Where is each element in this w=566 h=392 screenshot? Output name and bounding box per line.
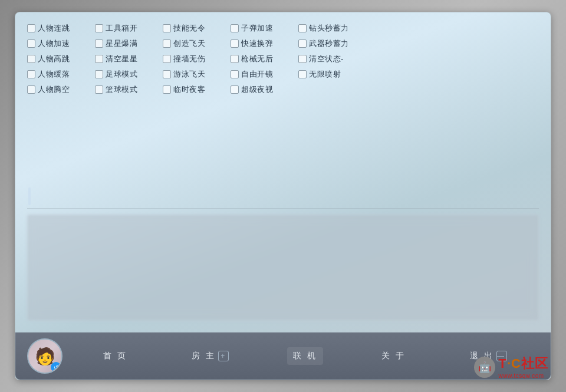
checkbox-label-cb24: 超级夜视 bbox=[241, 84, 273, 95]
checkbox-item-cb5[interactable]: 钻头秒蓄力 bbox=[298, 23, 366, 34]
checkbox-item-cb2[interactable]: 工具箱开 bbox=[95, 23, 163, 34]
blurred-content-area bbox=[27, 215, 539, 321]
checkbox-item-cb4[interactable]: 子弹加速 bbox=[231, 23, 298, 34]
checkbox-item-cb10[interactable]: 武器秒蓄力 bbox=[298, 38, 366, 49]
checkbox-item-cb22[interactable]: 篮球模式 bbox=[95, 84, 163, 95]
avatar[interactable]: 🧑 ↺ bbox=[27, 338, 62, 374]
nav-host-label: 房 主 bbox=[192, 351, 216, 361]
checkbox-cb20[interactable] bbox=[298, 70, 307, 78]
checkbox-item-cb3[interactable]: 技能无令 bbox=[163, 23, 231, 34]
nav-about-label: 关 于 bbox=[381, 351, 406, 361]
checkbox-row-1: 人物加速星星爆满创造飞天快速换弹武器秒蓄力 bbox=[27, 38, 539, 49]
checkbox-label-cb4: 子弹加速 bbox=[241, 23, 273, 34]
checkbox-item-cb18[interactable]: 游泳飞天 bbox=[163, 69, 231, 80]
checkbox-item-cb11[interactable]: 人物高跳 bbox=[27, 54, 95, 64]
checkbox-label-cb20: 无限喷射 bbox=[309, 69, 341, 80]
checkbox-cb19[interactable] bbox=[231, 70, 239, 78]
checkbox-item-cb14[interactable]: 枪械无后 bbox=[231, 54, 298, 64]
nav-about-button[interactable]: 关 于 bbox=[376, 347, 412, 365]
checkbox-cb4[interactable] bbox=[231, 24, 239, 32]
nav-buttons-group: 首 页房 主+联 机关 于退 出— bbox=[71, 347, 539, 365]
checkbox-label-cb22: 篮球模式 bbox=[106, 84, 137, 95]
checkbox-label-cb3: 技能无令 bbox=[173, 23, 205, 34]
main-panel: 人物连跳工具箱开技能无令子弹加速钻头秒蓄力人物加速星星爆满创造飞天快速换弹武器秒… bbox=[15, 12, 551, 380]
checkbox-row-2: 人物高跳清空星星撞墙无伤枪械无后清空状态- bbox=[27, 54, 539, 64]
checkbox-cb1[interactable] bbox=[27, 24, 35, 32]
checkbox-label-cb6: 人物加速 bbox=[38, 38, 70, 49]
checkbox-label-cb15: 清空状态- bbox=[309, 54, 344, 64]
checkbox-label-cb14: 枪械无后 bbox=[241, 54, 273, 64]
checkbox-label-cb11: 人物高跳 bbox=[38, 54, 70, 64]
checkbox-label-cb18: 游泳飞天 bbox=[173, 69, 205, 80]
checkbox-cb6[interactable] bbox=[27, 39, 35, 48]
checkbox-item-cb6[interactable]: 人物加速 bbox=[27, 38, 95, 49]
nav-home-button[interactable]: 首 页 bbox=[97, 347, 133, 365]
checkbox-cb23[interactable] bbox=[163, 85, 171, 94]
checkbox-cb13[interactable] bbox=[163, 55, 171, 63]
checkbox-label-cb9: 快速换弹 bbox=[241, 38, 273, 49]
checkbox-item-cb20[interactable]: 无限喷射 bbox=[298, 69, 366, 80]
side-decoration bbox=[28, 187, 31, 205]
avatar-badge: ↺ bbox=[51, 362, 61, 373]
checkbox-item-cb21[interactable]: 人物腾空 bbox=[27, 84, 95, 95]
checkbox-cb10[interactable] bbox=[298, 39, 307, 48]
checkbox-label-cb8: 创造飞天 bbox=[173, 38, 205, 49]
checkbox-label-cb10: 武器秒蓄力 bbox=[309, 38, 349, 49]
checkbox-label-cb13: 撞墙无伤 bbox=[173, 54, 205, 64]
checkbox-cb17[interactable] bbox=[95, 70, 103, 78]
checkbox-row-0: 人物连跳工具箱开技能无令子弹加速钻头秒蓄力 bbox=[27, 23, 539, 34]
checkbox-item-cb9[interactable]: 快速换弹 bbox=[231, 38, 298, 49]
checkbox-row-3: 人物缓落足球模式游泳飞天自由开镜无限喷射 bbox=[27, 69, 539, 80]
checkbox-label-cb23: 临时夜客 bbox=[173, 84, 205, 95]
checkbox-cb16[interactable] bbox=[27, 70, 35, 78]
checkbox-item-cb8[interactable]: 创造飞天 bbox=[163, 38, 231, 49]
nav-online-label: 联 机 bbox=[293, 351, 317, 361]
checkbox-label-cb12: 清空星星 bbox=[106, 54, 137, 64]
watermark: 🤖 T·C社区 www.tcsqw.com bbox=[474, 355, 548, 379]
checkbox-row-4: 人物腾空篮球模式临时夜客超级夜视 bbox=[27, 84, 539, 95]
checkbox-label-cb2: 工具箱开 bbox=[106, 23, 137, 34]
divider bbox=[27, 208, 539, 209]
nav-online-button[interactable]: 联 机 bbox=[287, 347, 323, 365]
checkbox-cb15[interactable] bbox=[298, 55, 307, 63]
checkbox-label-cb1: 人物连跳 bbox=[38, 23, 70, 34]
checkbox-cb24[interactable] bbox=[231, 85, 239, 94]
checkbox-cb2[interactable] bbox=[95, 24, 103, 32]
checkbox-cb14[interactable] bbox=[231, 55, 239, 63]
checkbox-cb7[interactable] bbox=[95, 39, 103, 48]
checkbox-cb5[interactable] bbox=[298, 24, 307, 32]
checkbox-label-cb19: 自由开镜 bbox=[241, 69, 273, 80]
checkbox-item-cb15[interactable]: 清空状态- bbox=[298, 54, 366, 64]
checkbox-label-cb5: 钻头秒蓄力 bbox=[309, 23, 349, 34]
checkbox-cb9[interactable] bbox=[231, 39, 239, 48]
checkbox-item-cb24[interactable]: 超级夜视 bbox=[231, 84, 298, 95]
nav-host-icon: + bbox=[218, 351, 229, 361]
nav-host-button[interactable]: 房 主+ bbox=[186, 347, 235, 365]
checkbox-cb22[interactable] bbox=[95, 85, 103, 94]
checkbox-item-cb12[interactable]: 清空星星 bbox=[95, 54, 163, 64]
checkbox-item-cb19[interactable]: 自由开镜 bbox=[231, 69, 298, 80]
checkbox-cb12[interactable] bbox=[95, 55, 103, 63]
checkbox-label-cb7: 星星爆满 bbox=[106, 38, 137, 49]
nav-home-label: 首 页 bbox=[103, 351, 127, 361]
checkbox-cb8[interactable] bbox=[163, 39, 171, 48]
tc-url: www.tcsqw.com bbox=[499, 373, 548, 379]
checkbox-label-cb21: 人物腾空 bbox=[38, 84, 70, 95]
checkbox-cb11[interactable] bbox=[27, 55, 35, 63]
checkbox-label-cb16: 人物缓落 bbox=[38, 69, 70, 80]
checkbox-item-cb1[interactable]: 人物连跳 bbox=[27, 23, 95, 34]
tc-logo: T·C社区 bbox=[499, 355, 548, 373]
checkbox-item-cb7[interactable]: 星星爆满 bbox=[95, 38, 163, 49]
bottom-navigation-bar: 🧑 ↺ 首 页房 主+联 机关 于退 出— bbox=[15, 332, 551, 380]
checkboxes-area: 人物连跳工具箱开技能无令子弹加速钻头秒蓄力人物加速星星爆满创造飞天快速换弹武器秒… bbox=[15, 12, 551, 208]
checkbox-cb3[interactable] bbox=[163, 24, 171, 32]
checkbox-item-cb17[interactable]: 足球模式 bbox=[95, 69, 163, 80]
checkbox-cb18[interactable] bbox=[163, 70, 171, 78]
checkbox-cb21[interactable] bbox=[27, 85, 35, 94]
checkbox-label-cb17: 足球模式 bbox=[106, 69, 137, 80]
checkbox-item-cb13[interactable]: 撞墙无伤 bbox=[163, 54, 231, 64]
checkbox-item-cb23[interactable]: 临时夜客 bbox=[163, 84, 231, 95]
checkbox-item-cb16[interactable]: 人物缓落 bbox=[27, 69, 95, 80]
